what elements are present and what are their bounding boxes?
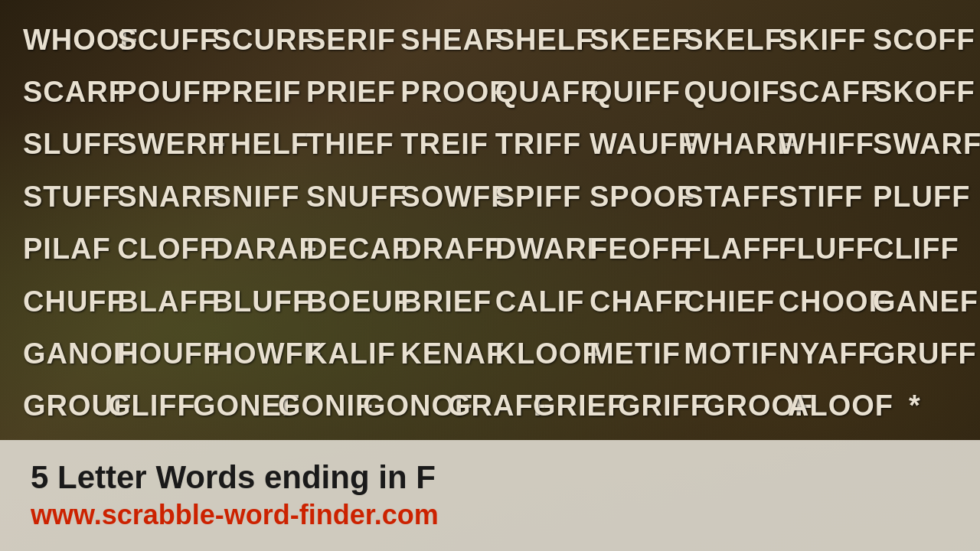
word-1-7: QUOIF	[684, 76, 768, 109]
word-7-3: GONIF	[278, 390, 362, 422]
word-0-2: SCURF	[212, 24, 296, 57]
word-7-1: GLIFF	[108, 390, 192, 422]
word-row-5: CHUFFBLAFFBLUFFBOEUFBRIEFCALIFCHAFFCHIEF…	[23, 285, 957, 318]
word-row-6: GANOFHOUFFHOWFFKALIFKENAFKLOOFMETIFMOTIF…	[23, 337, 957, 370]
word-7-7: GRIFF	[618, 390, 702, 422]
word-5-4: BRIEF	[400, 285, 485, 318]
word-7-6: GRIEF	[533, 390, 617, 422]
word-4-7: FLAFF	[684, 233, 768, 266]
word-0-6: SKEEF	[590, 24, 674, 57]
word-4-9: CLIFF	[873, 233, 957, 266]
word-3-7: STAFF	[684, 181, 768, 214]
word-0-4: SHEAF	[400, 24, 485, 57]
word-7-5: GRAFF	[448, 390, 532, 422]
words-grid: WHOOFSCUFFSCURFSERIFSHEAFSHELFSKEEFSKELF…	[0, 0, 980, 440]
word-2-6: WAUFF	[590, 128, 674, 161]
word-4-6: FEOFF	[590, 233, 674, 266]
word-2-2: THELF	[212, 128, 296, 161]
word-6-1: HOUFF	[117, 337, 201, 370]
word-5-5: CALIF	[495, 285, 580, 318]
word-7-10: *	[873, 390, 957, 422]
word-6-5: KLOOF	[495, 337, 580, 370]
word-2-8: WHIFF	[779, 128, 863, 161]
word-6-3: KALIF	[306, 337, 390, 370]
word-0-8: SKIFF	[779, 24, 863, 57]
word-row-0: WHOOFSCUFFSCURFSERIFSHEAFSHELFSKEEFSKELF…	[23, 24, 957, 57]
word-1-3: PRIEF	[306, 76, 390, 109]
word-1-2: PREIF	[212, 76, 296, 109]
word-5-2: BLUFF	[212, 285, 296, 318]
word-2-7: WHARF	[684, 128, 768, 161]
word-6-9: GRUFF	[873, 337, 957, 370]
word-3-2: SNIFF	[212, 181, 296, 214]
word-3-1: SNARF	[117, 181, 201, 214]
word-4-1: CLOFF	[117, 233, 201, 266]
word-5-3: BOEUF	[306, 285, 390, 318]
word-5-9: GANEF	[873, 285, 957, 318]
word-7-8: GROOF	[703, 390, 787, 422]
word-1-8: SCAFF	[779, 76, 863, 109]
word-3-4: SOWFF	[400, 181, 485, 214]
word-5-1: BLAFF	[117, 285, 201, 318]
word-4-0: PILAF	[23, 233, 107, 266]
word-6-4: KENAF	[400, 337, 485, 370]
word-2-5: TRIFF	[495, 128, 580, 161]
word-4-2: DARAF	[212, 233, 296, 266]
word-row-7: GROUFGLIFFGONEFGONIFGONOFGRAFFGRIEFGRIFF…	[23, 390, 957, 422]
word-6-7: MOTIF	[684, 337, 768, 370]
word-5-6: CHAFF	[590, 285, 674, 318]
word-7-2: GONEF	[193, 390, 277, 422]
word-5-7: CHIEF	[684, 285, 768, 318]
word-5-0: CHUFF	[23, 285, 107, 318]
word-2-0: SLUFF	[23, 128, 107, 161]
word-3-9: PLUFF	[873, 181, 957, 214]
word-7-9: ALOOF	[788, 390, 872, 422]
footer-url: www.scrabble-word-finder.com	[31, 499, 949, 531]
word-7-0: GROUF	[23, 390, 107, 422]
word-3-0: STUFF	[23, 181, 107, 214]
word-3-6: SPOOF	[590, 181, 674, 214]
word-2-9: SWARF	[873, 128, 957, 161]
footer-title: 5 Letter Words ending in F	[31, 460, 949, 495]
word-5-8: CHOOF	[779, 285, 863, 318]
word-0-1: SCUFF	[117, 24, 201, 57]
word-row-4: PILAFCLOFFDARAFDECAFDRAFFDWARFFEOFFFLAFF…	[23, 233, 957, 266]
word-3-3: SNUFF	[306, 181, 390, 214]
word-row-2: SLUFFSWERFTHELFTHIEFTREIFTRIFFWAUFFWHARF…	[23, 128, 957, 161]
word-3-8: STIFF	[779, 181, 863, 214]
word-6-0: GANOF	[23, 337, 107, 370]
word-6-8: NYAFF	[779, 337, 863, 370]
word-4-4: DRAFF	[400, 233, 485, 266]
word-1-6: QUIFF	[590, 76, 674, 109]
word-row-3: STUFFSNARFSNIFFSNUFFSOWFFSPIFFSPOOFSTAFF…	[23, 181, 957, 214]
word-row-1: SCARFPOUFFPREIFPRIEFPROOFQUAFFQUIFFQUOIF…	[23, 76, 957, 109]
word-6-6: METIF	[590, 337, 674, 370]
word-2-1: SWERF	[117, 128, 201, 161]
word-4-8: FLUFF	[779, 233, 863, 266]
word-4-5: DWARF	[495, 233, 580, 266]
word-1-0: SCARF	[23, 76, 107, 109]
word-1-1: POUFF	[117, 76, 201, 109]
word-2-4: TREIF	[400, 128, 485, 161]
word-4-3: DECAF	[306, 233, 390, 266]
word-1-5: QUAFF	[495, 76, 580, 109]
footer-bar: 5 Letter Words ending in F www.scrabble-…	[0, 440, 980, 551]
word-1-9: SKOFF	[873, 76, 957, 109]
word-3-5: SPIFF	[495, 181, 580, 214]
word-1-4: PROOF	[400, 76, 485, 109]
word-0-5: SHELF	[495, 24, 580, 57]
word-0-7: SKELF	[684, 24, 768, 57]
word-7-4: GONOF	[363, 390, 447, 422]
word-6-2: HOWFF	[212, 337, 296, 370]
word-0-3: SERIF	[306, 24, 390, 57]
word-0-9: SCOFF	[873, 24, 957, 57]
word-0-0: WHOOF	[23, 24, 107, 57]
word-2-3: THIEF	[306, 128, 390, 161]
